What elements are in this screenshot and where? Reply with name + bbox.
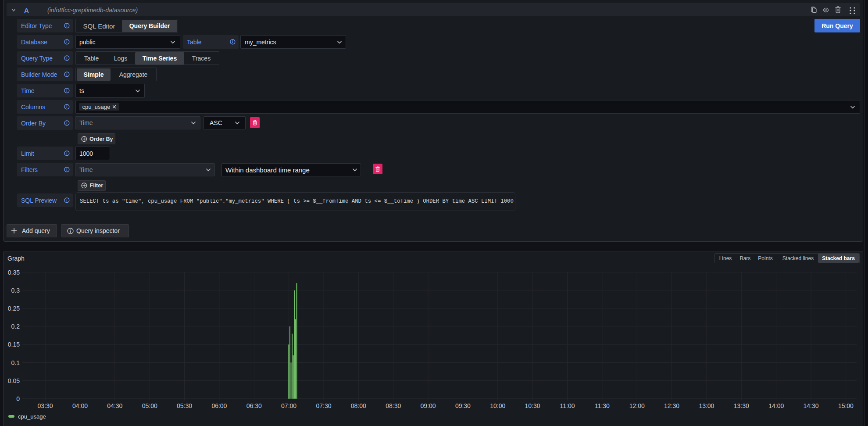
svg-text:06:00: 06:00 xyxy=(211,402,227,409)
svg-text:0.2: 0.2 xyxy=(11,323,20,330)
svg-text:0.1: 0.1 xyxy=(11,359,20,366)
svg-text:09:00: 09:00 xyxy=(421,402,436,409)
svg-text:cpu_usage: cpu_usage xyxy=(18,413,46,420)
svg-text:11:30: 11:30 xyxy=(595,402,610,409)
svg-text:11:00: 11:00 xyxy=(560,402,575,409)
svg-text:07:30: 07:30 xyxy=(316,402,331,409)
svg-text:12:30: 12:30 xyxy=(664,402,679,409)
svg-text:0.05: 0.05 xyxy=(8,377,20,384)
svg-text:03:30: 03:30 xyxy=(38,402,53,409)
svg-text:0: 0 xyxy=(16,395,20,402)
svg-text:06:30: 06:30 xyxy=(246,402,262,409)
svg-text:10:30: 10:30 xyxy=(525,402,540,409)
svg-text:09:30: 09:30 xyxy=(455,402,471,409)
svg-text:08:30: 08:30 xyxy=(386,402,401,409)
svg-text:07:00: 07:00 xyxy=(281,402,296,409)
svg-text:14:30: 14:30 xyxy=(803,402,818,409)
svg-text:13:00: 13:00 xyxy=(699,402,714,409)
svg-text:0.35: 0.35 xyxy=(8,269,20,276)
svg-text:05:30: 05:30 xyxy=(177,402,192,409)
svg-text:05:00: 05:00 xyxy=(142,402,157,409)
svg-text:04:00: 04:00 xyxy=(72,402,88,409)
svg-text:13:30: 13:30 xyxy=(734,402,749,409)
svg-text:0.25: 0.25 xyxy=(8,305,20,312)
svg-text:10:00: 10:00 xyxy=(490,402,505,409)
svg-text:14:00: 14:00 xyxy=(768,402,784,409)
svg-text:12:00: 12:00 xyxy=(629,402,645,409)
svg-text:15:00: 15:00 xyxy=(838,402,854,409)
svg-text:08:00: 08:00 xyxy=(351,402,366,409)
svg-text:0.3: 0.3 xyxy=(11,287,20,294)
svg-text:04:30: 04:30 xyxy=(107,402,122,409)
svg-text:0.15: 0.15 xyxy=(8,341,20,348)
